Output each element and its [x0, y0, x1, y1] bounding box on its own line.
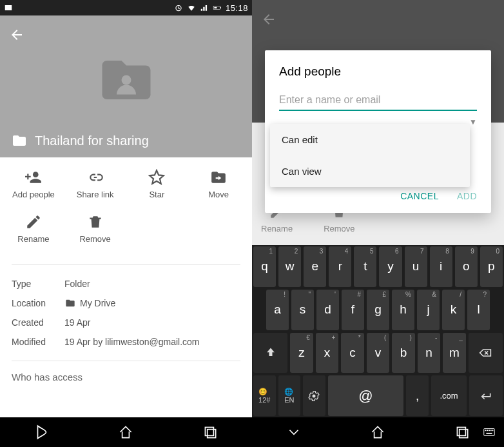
phone-right: 15:18 Rename Remove Add people ▼ CANCEL …	[252, 0, 504, 447]
key-shift[interactable]	[253, 333, 287, 373]
svg-rect-19	[487, 430, 488, 431]
svg-rect-21	[490, 430, 492, 431]
svg-rect-8	[207, 430, 215, 438]
key-p[interactable]: p0	[480, 246, 503, 287]
key-m[interactable]: m_	[443, 333, 466, 373]
svg-rect-0	[5, 5, 12, 10]
svg-point-6	[33, 172, 39, 177]
folder-hero-icon	[91, 51, 162, 109]
key-symbols[interactable]: 😊12#	[253, 375, 276, 416]
back-button[interactable]	[9, 27, 24, 43]
svg-rect-17	[484, 429, 495, 436]
move-icon	[210, 169, 227, 186]
svg-rect-15	[457, 427, 465, 435]
pencil-icon	[25, 214, 42, 230]
action-label: Share link	[77, 190, 114, 199]
key-l[interactable]: l?	[467, 290, 490, 330]
key-lang[interactable]: 🌐EN	[278, 375, 301, 416]
add-people-action[interactable]: Add people	[3, 169, 64, 199]
nav-recent[interactable]	[454, 424, 470, 441]
nav-home[interactable]	[117, 424, 134, 441]
dialog-title: Add people	[279, 65, 477, 79]
key-r[interactable]: r4	[329, 246, 351, 287]
key-i[interactable]: i8	[430, 246, 452, 287]
add-person-icon	[25, 169, 42, 186]
key-settings[interactable]	[303, 375, 325, 416]
nav-bar	[0, 417, 252, 447]
key-j[interactable]: j&	[417, 290, 440, 330]
add-button[interactable]: ADD	[457, 191, 477, 201]
can-edit-option[interactable]: Can edit	[270, 124, 470, 155]
key-o[interactable]: o9	[455, 246, 478, 287]
action-label: Star	[149, 190, 164, 199]
key-at[interactable]: @	[328, 375, 404, 416]
wifi-icon	[187, 3, 196, 12]
who-has-access[interactable]: Who has access	[0, 361, 252, 393]
key-t[interactable]: t5	[354, 246, 376, 287]
name-email-input[interactable]	[279, 92, 477, 111]
type-value: Folder	[64, 279, 90, 289]
modified-value: 19 Apr by lilimweston@gmail.com	[64, 337, 200, 347]
key-v[interactable]: v(	[367, 333, 390, 373]
nav-recent[interactable]	[202, 424, 218, 441]
svg-rect-22	[492, 430, 494, 431]
battery-icon	[213, 3, 222, 12]
key-d[interactable]: d'	[316, 290, 339, 330]
signal-icon	[200, 3, 209, 12]
svg-rect-18	[485, 430, 487, 431]
cancel-button[interactable]: CANCEL	[400, 191, 439, 201]
remove-action[interactable]: Remove	[64, 214, 126, 244]
key-s[interactable]: s"	[291, 290, 314, 330]
rename-action[interactable]: Rename	[3, 214, 64, 244]
move-action[interactable]: Move	[188, 169, 249, 199]
share-link-action[interactable]: Share link	[64, 169, 126, 199]
link-icon	[87, 169, 104, 186]
action-label: Remove	[79, 234, 110, 244]
shared-folder-icon	[12, 133, 27, 148]
action-label: Add people	[12, 190, 55, 199]
action-row: Add people Share link Star Move Rename R…	[0, 157, 252, 264]
key-enter[interactable]	[469, 375, 503, 416]
key-q[interactable]: q1	[253, 246, 276, 287]
key-backspace[interactable]	[469, 333, 503, 373]
folder-title: Thailand for sharing	[35, 134, 149, 148]
keyboard-toggle-icon[interactable]	[482, 425, 496, 439]
star-action[interactable]: Star	[126, 169, 188, 199]
metadata: TypeFolder LocationMy Drive Created19 Ap…	[0, 265, 252, 361]
nav-bar	[252, 417, 504, 447]
star-icon	[148, 169, 165, 186]
status-bar: 15:18	[0, 0, 252, 15]
key-z[interactable]: z€	[290, 333, 313, 373]
key-dotcom[interactable]: .com	[431, 375, 467, 416]
key-u[interactable]: u7	[405, 246, 427, 287]
svg-point-5	[121, 75, 131, 85]
key-f[interactable]: f#	[342, 290, 364, 330]
phone-left: 15:18 Thailand for sharing Add people Sh…	[0, 0, 252, 447]
key-y[interactable]: y6	[379, 246, 402, 287]
nav-home[interactable]	[369, 424, 386, 441]
key-n[interactable]: n-	[418, 333, 441, 373]
nav-down[interactable]	[286, 424, 302, 441]
nav-back[interactable]	[34, 424, 50, 441]
folder-header: Thailand for sharing	[0, 15, 252, 157]
type-label: Type	[12, 279, 64, 289]
key-a[interactable]: a!	[266, 290, 289, 330]
svg-rect-3	[220, 7, 221, 8]
key-g[interactable]: g£	[367, 290, 389, 330]
key-b[interactable]: b)	[392, 333, 415, 373]
trash-icon	[87, 214, 104, 230]
key-comma[interactable]: ,	[406, 375, 429, 416]
key-x[interactable]: x+	[316, 333, 339, 373]
key-e[interactable]: e3	[304, 246, 326, 287]
created-label: Created	[12, 317, 64, 328]
svg-rect-4	[214, 7, 217, 8]
action-label: Move	[208, 190, 229, 199]
key-c[interactable]: c*	[341, 333, 364, 373]
location-value[interactable]: My Drive	[64, 298, 115, 308]
key-k[interactable]: k/	[442, 290, 465, 330]
key-h[interactable]: h%	[392, 290, 414, 330]
modified-label: Modified	[12, 337, 64, 347]
svg-rect-16	[459, 430, 467, 438]
can-view-option[interactable]: Can view	[270, 155, 470, 187]
key-w[interactable]: w2	[278, 246, 301, 287]
